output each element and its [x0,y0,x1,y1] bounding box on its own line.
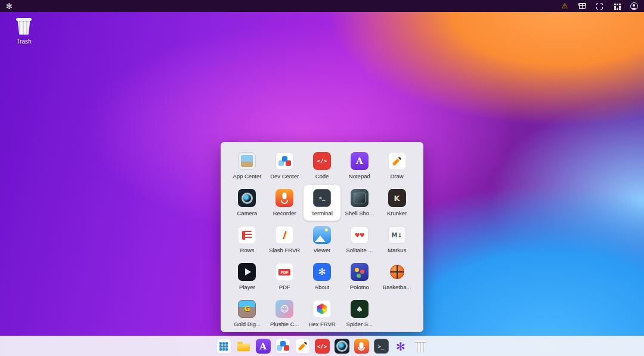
slash-frvr-icon [275,226,293,244]
qr-icon[interactable] [612,2,621,10]
launcher-app-plushie-c[interactable]: Plushie C... [266,296,304,332]
launcher-app-markus[interactable]: Markus [378,222,416,258]
dev-center-icon [275,152,293,170]
code-icon [313,152,331,170]
gift-icon[interactable] [578,2,586,10]
launcher-app-label: Polotno [350,284,369,290]
taskbar-item-code[interactable] [315,339,330,354]
solitaire-icon [351,226,369,244]
launcher-app-label: Slash FRVR [269,247,300,253]
launcher-app-label: PDF [279,284,290,290]
launcher-app-label: Viewer [314,247,331,253]
launcher-app-label: Code [315,173,329,179]
terminal-icon [313,189,331,207]
launcher-app-player[interactable]: Player [228,259,266,295]
launcher-app-slash-frvr[interactable]: Slash FRVR [266,222,304,258]
launcher-grid: App CenterDev CenterCodeNotepadDrawCamer… [228,148,416,332]
launcher-app-hex-frvr[interactable]: Hex FRVR [304,296,341,332]
launcher-app-notepad[interactable]: Notepad [340,148,378,184]
viewer-icon [313,226,331,244]
launcher-app-terminal[interactable]: Terminal [304,185,341,221]
launcher-app-label: Notepad [349,173,370,179]
warning-icon[interactable]: ⚠ [561,2,569,10]
taskbar [0,336,644,356]
launcher-app-gold-dig[interactable]: Gold Dig... [228,296,266,332]
launcher-app-label: Spider S... [346,321,373,327]
markus-icon [388,226,406,244]
launcher-app-app-center[interactable]: App Center [228,148,266,184]
launcher-app-label: Krunker [387,210,407,216]
launcher-app-krunker[interactable]: Krunker [378,185,416,221]
about-icon [313,263,331,281]
desktop-trash-shortcut[interactable]: Trash [11,17,37,45]
polotno-icon [351,263,369,281]
launcher-app-label: Terminal [311,210,333,216]
taskbar-item-camera[interactable] [335,339,349,354]
pdf-icon [275,263,293,281]
launcher-app-label: App Center [233,173,261,179]
launcher-app-label: Basketba... [383,284,411,290]
desktop-screen: ✻ ⚠ Trash App CenterDev CenterCodeNotepa… [0,0,644,356]
launcher-app-code[interactable]: Code [304,148,341,184]
hex-frvr-icon [313,300,331,318]
taskbar-item-files[interactable] [236,339,251,354]
taskbar-item-trash[interactable] [413,339,428,354]
gold-digger-icon [238,300,256,318]
spider-solitaire-icon [351,300,369,318]
taskbar-item-dev-center[interactable] [275,339,290,354]
player-icon [238,263,256,281]
launcher-app-label: Solitaire ... [346,247,373,253]
taskbar-item-recorder[interactable] [354,339,369,354]
launcher-app-dev-center[interactable]: Dev Center [266,148,304,184]
launcher-app-basketba[interactable]: Basketba... [378,259,416,295]
launcher-app-label: About [315,284,330,290]
launcher-app-camera[interactable]: Camera [228,185,266,221]
taskbar-item-notepad[interactable] [256,339,271,354]
launcher-app-viewer[interactable]: Viewer [304,222,341,258]
launcher-app-shell-sho[interactable]: Shell Sho... [340,185,378,221]
launcher-app-pdf[interactable]: PDF [266,259,304,295]
puter-logo-icon[interactable]: ✻ [6,2,13,10]
launcher-app-label: Hex FRVR [308,321,335,327]
taskbar-item-draw[interactable] [295,339,310,354]
topbar-right-icons: ⚠ [561,2,638,10]
trash-icon [15,17,33,36]
fullscreen-icon[interactable] [595,2,603,10]
camera-icon [238,189,256,207]
launcher-app-label: Dev Center [270,173,299,179]
account-icon[interactable] [630,2,638,10]
launcher-app-label: Plushie C... [270,321,299,327]
top-bar: ✻ ⚠ [0,0,644,12]
launcher-app-label: Player [239,284,255,290]
launcher-app-solitaire[interactable]: Solitaire ... [340,222,378,258]
launcher-app-label: Recorder [273,210,296,216]
notepad-icon [351,152,369,170]
plushie-creator-icon [275,300,293,318]
launcher-app-about[interactable]: About [304,259,341,295]
shell-shockers-icon [351,189,369,207]
launcher-app-spider-s[interactable]: Spider S... [340,296,378,332]
krunker-icon [388,189,406,207]
launcher-app-label: Rows [240,247,255,253]
taskbar-item-terminal[interactable] [374,339,389,354]
launcher-app-recorder[interactable]: Recorder [266,185,304,221]
rows-icon [238,226,256,244]
app-launcher-panel: App CenterDev CenterCodeNotepadDrawCamer… [221,142,423,332]
launcher-app-polotno[interactable]: Polotno [340,259,378,295]
launcher-app-label: Gold Dig... [234,321,261,327]
trash-label: Trash [16,38,31,45]
launcher-app-label: Shell Sho... [345,210,374,216]
basketball-icon [388,263,406,281]
recorder-icon [275,189,293,207]
app-center-icon [238,152,256,170]
launcher-app-draw[interactable]: Draw [378,148,416,184]
launcher-app-label: Draw [391,173,404,179]
taskbar-item-puter[interactable] [394,339,408,354]
launcher-app-label: Camera [237,210,258,216]
draw-icon [388,152,406,170]
launcher-app-rows[interactable]: Rows [228,222,266,258]
launcher-app-label: Markus [388,247,406,253]
taskbar-item-launcher[interactable] [216,339,231,354]
